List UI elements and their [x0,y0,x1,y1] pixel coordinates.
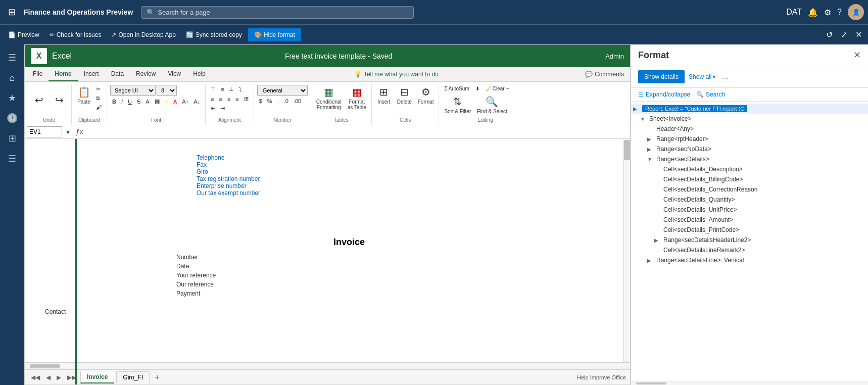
link-telephone[interactable]: Telephone [197,154,224,161]
number-format-select[interactable]: General [257,85,308,96]
undo-button[interactable]: ↩ [30,93,48,107]
tree-item-header-any[interactable]: Header<Any> [631,124,868,134]
sidebar-star-icon[interactable]: ★ [3,89,21,107]
tab-review[interactable]: Review [130,67,162,81]
sidebar-clock-icon[interactable]: 🕐 [3,109,21,127]
notification-icon[interactable]: 🔔 [808,8,818,17]
expand-collapse-button[interactable]: ☰ Expand/collapse [638,91,690,98]
h-scroll-thumb[interactable] [30,364,60,368]
tab-file[interactable]: File [27,67,49,81]
tree-item-report[interactable]: ▶ Report: Excel = "Customer FTI report (… [631,104,868,114]
panel-scroll-thumb[interactable] [636,382,666,384]
align-left-button[interactable]: ≡ [209,94,216,103]
borders-button[interactable]: ▦ [153,97,162,106]
justify-button[interactable]: ≡ [233,94,240,103]
align-center-button[interactable]: ≡ [217,94,224,103]
format-button[interactable]: ⚙ Format [416,85,436,106]
app-grid-icon[interactable]: ⊞ [4,3,20,22]
tab-help[interactable]: Help [187,67,212,81]
fill-button[interactable]: ⬇ [473,85,481,92]
right-panel-close-button[interactable]: ✕ [853,50,861,61]
vertical-scrollbar[interactable] [623,139,630,362]
percent-button[interactable]: % [265,97,274,105]
sheet-nav-next[interactable]: ▶ [55,373,63,382]
popout-icon[interactable]: ⤢ [839,28,849,41]
formula-input[interactable] [87,128,628,135]
sort-filter-button[interactable]: ⇅ Sort & Filter [442,94,473,115]
link-fax[interactable]: Fax [197,161,207,168]
show-details-button[interactable]: Show details [638,70,685,83]
add-sheet-button[interactable]: + [152,372,162,383]
tree-item-cell-secdesc[interactable]: Cell<secDetails_Description> [631,164,868,174]
find-select-button[interactable]: 🔍 Find & Select [475,94,509,115]
user-avatar[interactable]: 👤 [848,4,864,20]
panel-scrollbar[interactable] [631,381,868,385]
merge-button[interactable]: ⊞ [242,94,251,103]
tree-item-range-secdetailsheader[interactable]: ▶ Range<secDetailsHeaderLine2> [631,235,868,245]
conditional-formatting-button[interactable]: ▦ ConditionalFormatting [314,85,344,111]
align-top-button[interactable]: ⊤ [209,85,218,93]
tree-item-cell-secprint[interactable]: Cell<secDetails_PrintCode> [631,225,868,235]
sidebar-home-icon[interactable]: ☰ [3,49,21,67]
tab-data[interactable]: Data [105,67,130,81]
copy-button[interactable]: ⧉ [94,94,104,103]
underline-button[interactable]: U [126,98,134,106]
clear-button[interactable]: 🧹 Clear ~ [484,85,511,92]
sidebar-list-icon[interactable]: ☰ [3,150,21,168]
tree-item-range-secdetails[interactable]: ▼ Range<secDetails> [631,154,868,164]
spreadsheet-content[interactable]: Telephone Fax Giro Tax registration numb… [25,139,623,362]
open-desktop-button[interactable]: ↗ Open in Desktop App [107,29,179,40]
autosum-button[interactable]: Σ AutoSum [442,85,471,92]
tell-me-input[interactable]: 💡 Tell me what you want to do [350,69,443,80]
font-color-button[interactable]: A [171,98,179,106]
link-giro[interactable]: Giro [197,168,208,175]
sheet-tab-invoice[interactable]: Invoice [80,371,114,383]
tree-item-cell-secqty[interactable]: Cell<secDetails_Quantity> [631,195,868,205]
horizontal-scrollbar[interactable] [25,362,630,369]
tab-view[interactable]: View [162,67,187,81]
sync-button[interactable]: 🔄 Sync stored copy [182,29,246,40]
decrease-font-button[interactable]: A↓ [191,98,202,106]
tree-item-range-rptheader[interactable]: ▶ Range<rptHeader> [631,134,868,144]
tree-item-cell-secbilling[interactable]: Cell<secDetails_BillingCode> [631,174,868,184]
align-right-button[interactable]: ≡ [225,94,232,103]
strikethrough-button[interactable]: S [135,98,142,106]
increase-indent-button[interactable]: ⇥ [218,104,227,113]
tab-home[interactable]: Home [49,67,77,81]
decrease-indent-button[interactable]: ⇤ [209,104,217,113]
cut-button[interactable]: ✂ [94,85,104,93]
increase-decimal-button[interactable]: .0 [282,97,291,105]
link-enterprise[interactable]: Enterprise number [197,182,247,189]
align-bottom-button[interactable]: ⊥ [227,85,236,93]
more-options-button[interactable]: ... [721,72,728,81]
link-tax[interactable]: Tax registration number [197,175,260,182]
cell-reference-input[interactable] [27,126,62,137]
sidebar-grid-icon[interactable]: ⊞ [3,129,21,148]
check-issues-button[interactable]: ✏ Check for issues [45,29,106,40]
tree-item-sheet-invoice[interactable]: ▼ Sheet<Invoice> [631,114,868,124]
sidebar-dashboard-icon[interactable]: ⌂ [3,69,21,87]
scroll-thumb[interactable] [624,140,630,160]
link-tax-exempt[interactable]: Our tax exempt number [197,189,260,197]
tab-insert[interactable]: Insert [78,67,105,81]
search-bar[interactable]: 🔍 Search for a page [141,6,414,19]
close-panel-icon[interactable]: ✕ [853,28,864,41]
font-name-select[interactable]: Segoe UI [110,85,156,96]
paste-button[interactable]: 📋 Paste [75,85,93,106]
tree-item-cell-secunit[interactable]: Cell<secDetails_UnitPrice> [631,205,868,215]
comments-button[interactable]: 💬 Comments [581,69,628,80]
fill-color-button[interactable]: A [163,98,170,106]
increase-font-button[interactable]: A↑ [180,98,190,106]
italic-button[interactable]: I [119,98,125,106]
tree-item-range-secdetailsline[interactable]: ▶ Range<secDetailsLine>: Vertical [631,255,868,265]
redo-button[interactable]: ↪ [50,93,68,107]
refresh-icon[interactable]: ↺ [824,28,835,41]
settings-icon[interactable]: ⚙ [824,8,831,17]
font-size-select[interactable]: 8 [157,85,177,96]
delete-button[interactable]: ⊟ Delete [395,85,414,106]
show-all-button[interactable]: Show all ▾ [689,73,715,80]
tree-item-cell-secdetailsremark[interactable]: Cell<secDetailsLineRemark2> [631,245,868,255]
tree-item-range-secnodata[interactable]: ▶ Range<secNoData> [631,144,868,154]
format-as-table-button[interactable]: ▦ Formatas Table [346,85,368,111]
format-painter-button[interactable]: 🖌 [94,103,104,111]
